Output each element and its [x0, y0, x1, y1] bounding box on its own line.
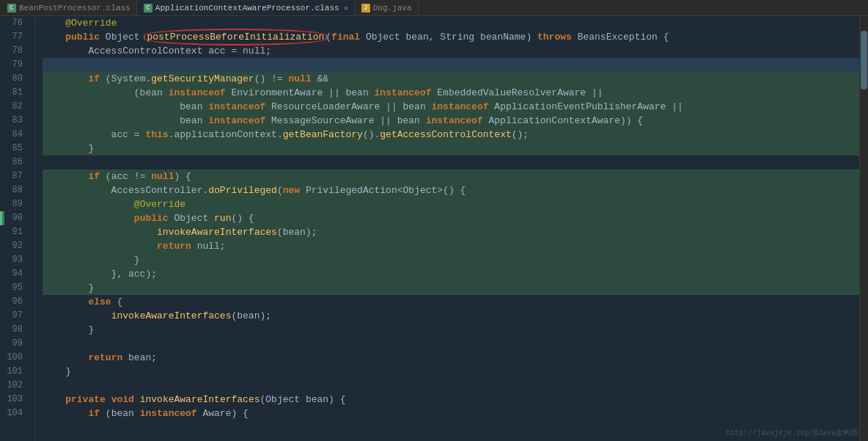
- code-line: invokeAwareInterfaces(bean);: [43, 225, 859, 239]
- line-number: 96: [4, 295, 29, 309]
- method-name: invokeAwareInterfaces: [111, 309, 232, 323]
- line-number: 93: [4, 253, 29, 267]
- keyword: if: [88, 407, 100, 420]
- keyword: instanceof: [140, 407, 197, 420]
- keyword: instanceof: [208, 114, 265, 128]
- code-text: ) {: [174, 170, 191, 183]
- keyword: void: [111, 393, 134, 407]
- keyword: public: [65, 30, 100, 44]
- keyword: return: [88, 351, 122, 365]
- code-text: [43, 295, 88, 309]
- code-text: [134, 393, 140, 407]
- code-text: ): [526, 30, 537, 44]
- method-name: getAccessControlContext: [380, 128, 511, 142]
- tab-label: BeanPostProcessor.class: [19, 4, 130, 12]
- code-text: }: [43, 281, 94, 295]
- code-text: , String: [429, 30, 480, 44]
- keyword: instanceof: [169, 86, 226, 100]
- line-number: 100: [4, 351, 29, 365]
- code-line: bean instanceof ResourceLoaderAware || b…: [43, 100, 859, 114]
- code-text: }: [43, 365, 71, 379]
- code-text: AccessControlContext acc = null;: [43, 44, 271, 58]
- code-line: }: [43, 142, 859, 156]
- code-text: [43, 225, 157, 239]
- code-text: bean;: [122, 351, 157, 365]
- code-line: else {: [43, 295, 859, 309]
- keyword: public: [134, 211, 169, 225]
- method-name: getSecurityManager: [151, 72, 254, 86]
- line-number: 94: [4, 267, 29, 281]
- method-name: getBeanFactory: [283, 128, 363, 142]
- line-number: 85: [4, 142, 29, 156]
- keyword: null: [151, 170, 174, 183]
- code-text: [43, 309, 111, 323]
- code-text: [43, 239, 157, 253]
- code-line: invokeAwareInterfaces(bean);: [43, 309, 859, 323]
- code-text: [43, 351, 88, 365]
- ide-window: C BeanPostProcessor.class C ApplicationC…: [0, 0, 868, 441]
- line-number: 82: [4, 100, 29, 114]
- keyword: if: [88, 170, 100, 183]
- line-number: 90: [4, 211, 29, 225]
- code-text: [43, 393, 65, 407]
- code-text: Object: [360, 30, 405, 44]
- code-text: [43, 72, 88, 86]
- code-line: }: [43, 281, 859, 295]
- code-text: bean: [43, 114, 208, 128]
- line-number: 103: [4, 393, 29, 407]
- keyword: null: [289, 72, 312, 86]
- tab-applicationcontextawareprocessor[interactable]: C ApplicationContextAwareProcessor.class…: [138, 1, 355, 15]
- annotation: @Override: [134, 197, 185, 211]
- code-line: }: [43, 323, 859, 337]
- method-name: invokeAwareInterfaces: [157, 225, 277, 239]
- code-text: .applicationContext.: [169, 128, 283, 142]
- tab-bar: C BeanPostProcessor.class C ApplicationC…: [0, 0, 868, 16]
- tab-close-icon[interactable]: ✕: [344, 4, 348, 12]
- annotation: @Override: [65, 16, 117, 30]
- editor-container: 7677787980818283848586878889909192939495…: [0, 16, 868, 441]
- code-text: beanName: [480, 30, 526, 44]
- keyword: this: [145, 128, 168, 142]
- keyword: return: [157, 239, 191, 253]
- line-numbers-gutter: 7677787980818283848586878889909192939495…: [4, 16, 35, 441]
- code-text: bean: [406, 30, 429, 44]
- code-text: BeansException {: [572, 30, 669, 44]
- line-number: 87: [4, 170, 29, 183]
- code-text: }: [43, 253, 140, 267]
- keyword: if: [88, 72, 100, 86]
- code-text: [106, 393, 111, 407]
- code-text: }: [43, 323, 94, 337]
- code-text: (bean);: [231, 309, 271, 323]
- code-line: (bean instanceof EnvironmentAware || bea…: [43, 86, 859, 100]
- tab-label-2: ApplicationContextAwareProcessor.class: [155, 4, 339, 12]
- line-number: 97: [4, 309, 29, 323]
- line-number: 86: [4, 156, 29, 170]
- keyword: private: [65, 393, 106, 407]
- code-line: }: [43, 365, 859, 379]
- code-text: ApplicationContextAware)) {: [483, 114, 643, 128]
- code-text: [43, 170, 88, 183]
- code-text: MessageSourceAware || bean: [265, 114, 425, 128]
- java-class-icon-2: C: [144, 4, 152, 12]
- code-line: AccessControlContext acc = null;: [43, 44, 859, 58]
- line-number: 80: [4, 72, 29, 86]
- code-line: return null;: [43, 239, 859, 253]
- code-line: @Override: [43, 16, 859, 30]
- code-line: public Object run() {: [43, 211, 859, 225]
- line-number: 81: [4, 86, 29, 100]
- code-line: AccessController.doPrivileged(new Privil…: [43, 183, 859, 197]
- code-text: ().: [363, 128, 380, 142]
- code-text: (System.: [100, 72, 151, 86]
- line-number: 76: [4, 16, 29, 30]
- code-text: AccessController.: [43, 183, 208, 197]
- line-number: 88: [4, 183, 29, 197]
- line-number: 99: [4, 337, 29, 351]
- code-area[interactable]: @Override public Object postProcessBefor…: [35, 16, 859, 441]
- keyword: final: [331, 30, 360, 44]
- tab-beanpostprocessor[interactable]: C BeanPostProcessor.class: [1, 1, 137, 15]
- scrollbar-thumb[interactable]: [861, 31, 867, 90]
- vertical-scrollbar[interactable]: [859, 16, 868, 441]
- tab-dog[interactable]: J Dog.java: [356, 1, 419, 15]
- code-text: [43, 211, 134, 225]
- code-text: bean: [43, 100, 208, 114]
